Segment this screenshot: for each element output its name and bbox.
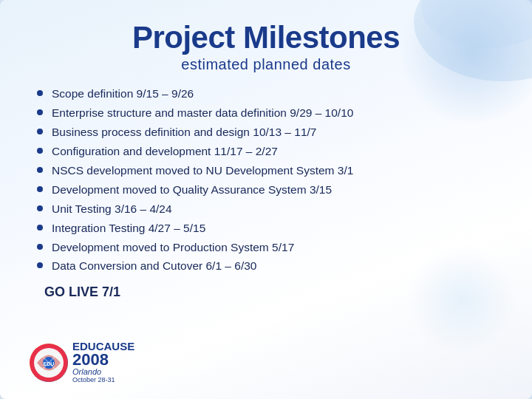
- go-live-label: GO LIVE 7/1: [44, 284, 502, 300]
- logo-orlando-text: Orlando: [72, 368, 134, 376]
- list-item: Enterprise structure and master data def…: [37, 106, 502, 121]
- bullet-icon: [37, 225, 43, 231]
- milestone-text: Development moved to Production System 5…: [52, 240, 294, 256]
- slide-title: Project Milestones: [30, 21, 502, 55]
- logo-dates-text: October 28-31: [72, 376, 134, 384]
- list-item: Configuration and development 11/17 – 2/…: [37, 144, 502, 160]
- list-item: Scope definition 9/15 – 9/26: [37, 86, 502, 102]
- bullet-icon: [37, 186, 43, 192]
- list-item: Unit Testing 3/16 – 4/24: [37, 202, 502, 217]
- list-item: Integration Testing 4/27 – 5/15: [37, 221, 502, 236]
- bullet-icon: [37, 167, 43, 173]
- milestone-text: Development moved to Quality Assurance S…: [52, 183, 332, 198]
- slide-header: Project Milestones estimated planned dat…: [30, 21, 502, 73]
- slide-subtitle: estimated planned dates: [30, 56, 502, 73]
- milestone-text: Integration Testing 4/27 – 5/15: [52, 221, 205, 236]
- list-item: NSCS development moved to NU Development…: [37, 163, 502, 179]
- svg-text:EDU: EDU: [44, 361, 55, 366]
- list-item: Data Conversion and Cutover 6/1 – 6/30: [37, 259, 502, 274]
- milestone-text: Scope definition 9/15 – 9/26: [52, 86, 194, 102]
- list-item: Development moved to Quality Assurance S…: [37, 183, 502, 198]
- milestone-text: Business process definition and design 1…: [52, 125, 316, 140]
- bullet-icon: [37, 129, 43, 134]
- logo-emblem: EDU: [30, 344, 68, 382]
- milestone-text: Enterprise structure and master data def…: [52, 106, 353, 121]
- logo-year-text: 2008: [72, 352, 134, 368]
- bullet-icon: [37, 262, 43, 268]
- milestone-text: Unit Testing 3/16 – 4/24: [52, 202, 172, 217]
- milestone-text: Configuration and development 11/17 – 2/…: [52, 144, 278, 160]
- milestone-text: NSCS development moved to NU Development…: [52, 163, 353, 179]
- slide-footer: EDU EDUCAUSE 2008 Orlando October 28-31: [30, 341, 502, 384]
- bullet-icon: [37, 109, 43, 115]
- list-item: Development moved to Production System 5…: [37, 240, 502, 256]
- logo-text: EDUCAUSE 2008 Orlando October 28-31: [72, 341, 134, 384]
- slide: Project Milestones estimated planned dat…: [0, 0, 532, 399]
- bullet-icon: [37, 244, 43, 250]
- bullet-icon: [37, 148, 43, 154]
- slide-content: Scope definition 9/15 – 9/26Enterprise s…: [30, 86, 502, 335]
- bullet-icon: [37, 205, 43, 211]
- bullet-icon: [37, 90, 43, 96]
- milestone-text: Data Conversion and Cutover 6/1 – 6/30: [52, 259, 256, 274]
- list-item: Business process definition and design 1…: [37, 125, 502, 140]
- milestone-list: Scope definition 9/15 – 9/26Enterprise s…: [37, 86, 502, 274]
